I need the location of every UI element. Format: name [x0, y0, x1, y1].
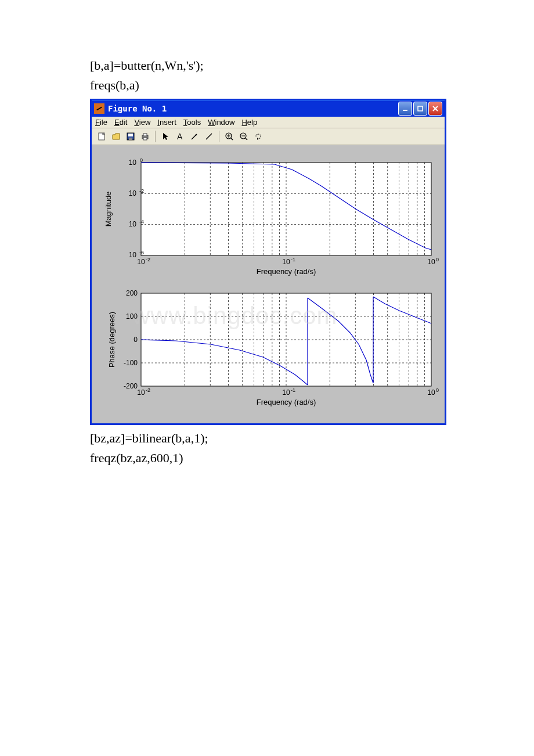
svg-line-17	[206, 134, 212, 139]
bode-plot: 100 10-2 10-4 10-6 10-2 10-1 100 Frequen…	[98, 152, 439, 416]
svg-text:0: 0	[134, 336, 138, 344]
svg-rect-9	[129, 138, 132, 140]
svg-text:0: 0	[140, 157, 143, 163]
minimize-button[interactable]	[398, 102, 412, 116]
svg-rect-8	[128, 134, 133, 136]
svg-text:10: 10	[137, 388, 145, 397]
svg-rect-11	[143, 134, 147, 136]
close-button[interactable]	[428, 102, 442, 116]
matlab-figure-window: Figure No. 1 File Edit View Insert Tools…	[90, 99, 446, 425]
svg-text:10: 10	[129, 159, 137, 167]
ylabel-top: Magnitude	[104, 192, 113, 227]
code-line: freqz(bz,az,600,1)	[90, 451, 444, 466]
ylabel-bottom: Phase (degrees)	[107, 312, 116, 368]
window-titlebar[interactable]: Figure No. 1	[92, 100, 445, 117]
new-file-icon[interactable]	[95, 130, 108, 143]
toolbar: A	[92, 128, 445, 145]
svg-text:-100: -100	[124, 359, 138, 367]
svg-text:-1: -1	[291, 257, 295, 262]
code-line: freqs(b,a)	[90, 78, 444, 93]
text-icon[interactable]: A	[174, 130, 186, 143]
open-file-icon[interactable]	[110, 130, 122, 143]
code-line: [b,a]=butter(n,Wn,'s');	[90, 58, 444, 73]
menu-view[interactable]: View	[134, 118, 150, 127]
svg-text:100: 100	[126, 312, 138, 321]
menubar: File Edit View Insert Tools Window Help	[92, 117, 445, 128]
svg-rect-1	[418, 106, 423, 111]
window-title: Figure No. 1	[108, 104, 398, 113]
svg-text:A: A	[177, 132, 183, 141]
zoom-out-icon[interactable]	[237, 130, 250, 143]
svg-text:-200: -200	[124, 382, 138, 390]
svg-text:-2: -2	[139, 188, 144, 194]
svg-marker-6	[113, 134, 120, 139]
svg-text:10: 10	[427, 388, 435, 397]
zoom-in-icon[interactable]	[223, 130, 236, 143]
code-line: [bz,az]=bilinear(b,a,1);	[90, 431, 444, 446]
xlabel-bottom: Frequency (rad/s)	[257, 398, 316, 406]
svg-text:10: 10	[137, 258, 145, 266]
menu-help[interactable]: Help	[241, 118, 257, 127]
menu-file[interactable]: File	[95, 118, 107, 127]
save-icon[interactable]	[124, 130, 137, 143]
svg-text:10: 10	[129, 189, 137, 197]
svg-text:0: 0	[436, 387, 439, 393]
svg-text:10: 10	[129, 220, 137, 228]
menu-edit[interactable]: Edit	[114, 118, 127, 127]
svg-text:10: 10	[282, 388, 290, 397]
svg-text:-2: -2	[146, 387, 150, 393]
matlab-icon	[94, 103, 104, 114]
menu-window[interactable]: Window	[208, 118, 234, 127]
svg-text:0: 0	[436, 257, 439, 262]
line-icon[interactable]	[203, 130, 215, 143]
arrow-icon[interactable]	[188, 130, 201, 143]
svg-text:10: 10	[129, 251, 137, 259]
svg-text:-6: -6	[139, 250, 144, 255]
svg-text:200: 200	[126, 289, 138, 297]
xlabel-top: Frequency (rad/s)	[257, 267, 316, 276]
svg-text:-4: -4	[139, 219, 144, 225]
maximize-button[interactable]	[413, 102, 427, 116]
svg-text:10: 10	[282, 258, 290, 266]
menu-insert[interactable]: Insert	[157, 118, 176, 127]
svg-rect-12	[143, 138, 147, 140]
rotate-icon[interactable]	[252, 130, 265, 143]
plot-area: www.bingdoc.com	[92, 145, 445, 423]
svg-text:-2: -2	[146, 257, 150, 262]
svg-marker-13	[163, 133, 168, 140]
svg-text:-1: -1	[291, 387, 295, 393]
toolbar-separator	[155, 131, 156, 142]
pointer-icon[interactable]	[159, 130, 172, 143]
svg-text:10: 10	[427, 258, 435, 266]
svg-line-21	[231, 138, 233, 140]
svg-marker-25	[257, 138, 258, 140]
print-icon[interactable]	[139, 130, 151, 143]
menu-tools[interactable]: Tools	[183, 118, 201, 127]
toolbar-separator	[219, 131, 219, 142]
svg-line-24	[246, 138, 247, 140]
